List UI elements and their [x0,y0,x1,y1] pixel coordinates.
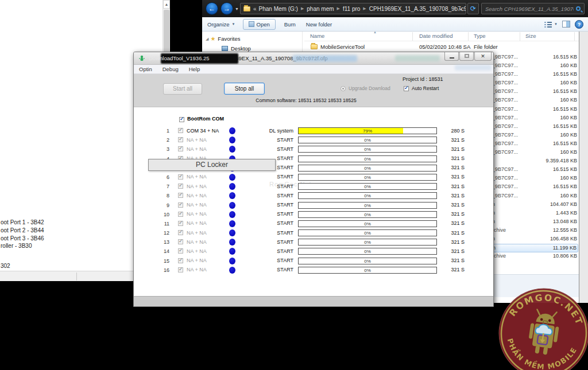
close-button[interactable]: ✕ [474,52,492,61]
file-list-row[interactable]: n 13.048 KB [491,218,578,227]
file-list-row[interactable]: n 1.443 KB [491,209,578,218]
open-button[interactable]: Open [243,19,276,30]
file-list-row[interactable]: 9.359.418 KB [491,157,578,166]
port-checkbox[interactable]: ✓ [178,248,183,254]
breadcrumb-overflow[interactable]: « [253,6,259,12]
port-checkbox[interactable]: ✓ [178,174,183,180]
file-list-row[interactable]: _9B7C97... 16.515 KB [491,166,578,174]
forward-button[interactable]: → [220,2,233,15]
port-action-label[interactable]: START [256,202,293,208]
column-header-type[interactable]: Type [474,33,486,39]
bootrom-com-checkbox[interactable]: ✓ [179,117,184,122]
file-list-row[interactable]: rchive 10.806 KB [491,252,578,261]
port-checkbox[interactable]: ✓ [178,230,183,235]
file-list-row[interactable]: _9B7C97... 160 KB [491,79,578,88]
port-action-label[interactable]: START [256,248,293,254]
port-checkbox[interactable]: ✓ [178,128,183,133]
breadcrumb-segment[interactable]: CPH1969EX_11_A.35_190708_9b7c972f [369,6,466,12]
port-checkbox[interactable]: ✓ [178,184,183,189]
sidebar-item-favorites[interactable]: ◢ ★ Favorites [206,36,240,42]
change-view-icon[interactable] [544,21,552,28]
column-header-date[interactable]: Date modified [419,33,453,39]
file-list-row[interactable]: _9B7C97... 160 KB [491,131,578,140]
file-list-row[interactable]: _9B7C97... 160 KB [491,96,578,105]
file-list-row[interactable]: _9B7C97... 160 KB [491,149,578,157]
file-list-row[interactable]: _9B7C97... 16.515 KB [491,106,578,114]
breadcrumb-segment[interactable]: f11 pro [343,6,360,12]
explorer-scrollbar[interactable] [579,32,588,303]
port-status-dot [229,267,235,274]
port-action-label[interactable]: START [256,267,293,272]
port-checkbox[interactable]: ✓ [178,146,183,151]
port-action-label[interactable]: START [256,211,293,217]
expander-icon[interactable]: ◢ [206,37,208,41]
column-header-size[interactable]: Size [525,33,536,39]
sidebar-item-desktop[interactable]: Desktop [222,45,251,52]
menu-item[interactable]: Debug [157,66,184,72]
organize-menu[interactable]: Organize▼ [202,19,241,30]
port-action-label[interactable]: START [256,174,293,180]
port-action-label[interactable]: START [256,137,293,143]
port-checkbox[interactable]: ✓ [178,193,183,198]
maximize-button[interactable] [459,52,474,61]
port-action-label[interactable]: START [256,146,293,152]
file-list-row[interactable]: _9B7C97... 16.515 KB [491,88,578,96]
recent-pages-chevron-icon[interactable]: ▼ [235,7,239,11]
port-checkbox[interactable]: ✓ [178,221,183,226]
breadcrumb[interactable]: « Phan Mem (G:)▶phan mem▶f11 pro▶CPH1969… [240,3,466,14]
refresh-button[interactable]: ⟳ [467,3,479,14]
file-list-row[interactable]: _9B7C97... 16.515 KB [491,140,578,149]
start-all-button[interactable]: Start all [163,83,202,95]
burn-button[interactable]: Burn [279,19,301,30]
file-list-row[interactable]: _9B7C97... 160 KB [491,114,578,123]
port-checkbox[interactable]: ✓ [178,258,183,263]
chevron-right-icon[interactable]: ▶ [360,6,369,11]
port-checkbox[interactable]: ✓ [178,267,183,272]
new-folder-button[interactable]: New folder [301,19,337,30]
port-status-dot [229,239,235,246]
auto-restart-checkbox[interactable]: ✓ [404,86,409,91]
breadcrumb-segment[interactable]: phan mem [307,6,334,12]
port-action-label[interactable]: START [256,239,293,245]
file-list-row[interactable]: _9B7C97... 16.515 KB [491,53,578,62]
file-list-row[interactable]: rchive 12.555 KB [491,227,578,235]
chevron-right-icon[interactable]: ▶ [334,6,343,11]
port-action-label[interactable]: DL system [256,128,293,134]
port-checkbox[interactable]: ✓ [178,202,183,208]
port-action-label[interactable]: START [256,230,293,236]
menu-item[interactable]: Optin [134,66,157,72]
search-input[interactable]: Search CPH1969EX_11_A.35_190708_9... [481,3,585,14]
file-list-row[interactable]: n 106.458 KB [491,235,578,244]
chevron-right-icon[interactable]: ▶ [298,6,307,11]
file-list-row[interactable]: _9B7C97... 160 KB [491,62,578,71]
menu-item[interactable]: Help [184,66,206,72]
preview-pane-icon[interactable] [562,21,570,28]
column-header-name[interactable]: Name [310,33,324,39]
port-checkbox[interactable]: ✓ [178,239,183,244]
port-action-label[interactable]: START [256,220,293,226]
port-action-label[interactable]: START [256,193,293,198]
back-button[interactable]: ← [206,2,218,15]
file-list-row[interactable]: _9B7C97... 160 KB [491,192,578,201]
port-action-label[interactable]: START [256,258,293,263]
file-list-row[interactable]: _9B7C97... 160 KB [491,174,578,183]
upgrade-download-radio[interactable] [341,86,346,91]
pc-locker-dialog[interactable]: PC Locker [148,159,276,171]
file-list-row[interactable]: _9B7C97... 16.515 KB [491,71,578,79]
breadcrumb-segment[interactable]: Phan Mem (G:) [259,6,298,12]
views-chevron-icon[interactable]: ▼ [554,22,558,26]
port-checkbox[interactable]: ✓ [178,137,183,142]
file-row-mobileservicetool[interactable]: MobileServiceTool 05/02/2020 10:48 SA Fi… [304,42,588,52]
minimize-button[interactable] [444,52,459,61]
file-type-text: rchive [492,253,506,259]
stop-all-button[interactable]: Stop all [224,83,265,95]
file-list-row[interactable]: n 11.199 KB [491,244,578,252]
port-action-label[interactable]: START [256,184,293,189]
file-list-row[interactable]: _9B7C97... 16.515 KB [491,183,578,192]
file-list-row[interactable]: n 104.407 KB [491,201,578,209]
file-list-row[interactable]: _9B7C97... 16.515 KB [491,123,578,131]
address-dropdown-icon[interactable]: ▼ [459,7,463,11]
port-checkbox[interactable]: ✓ [178,212,183,217]
help-icon[interactable] [575,20,583,29]
scroll-up-icon[interactable]: ▲ [163,0,170,9]
